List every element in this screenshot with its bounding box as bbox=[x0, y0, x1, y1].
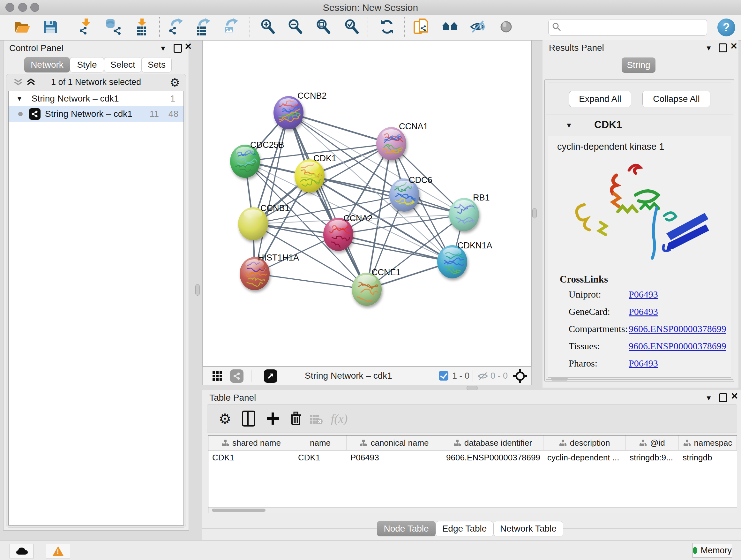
warning-button[interactable]: ! bbox=[46, 544, 70, 558]
export-image-button[interactable] bbox=[222, 18, 241, 37]
crosslink-link[interactable]: P06493 bbox=[629, 306, 658, 317]
cell[interactable]: CDK1 bbox=[294, 450, 347, 464]
bottom-splitter-handle[interactable] bbox=[467, 386, 478, 390]
network-svg[interactable]: CCNB2 CCNA1 CDC25B CDK1 CDC6 RB1 bbox=[203, 41, 531, 366]
results-panel-float-button[interactable] bbox=[719, 44, 727, 52]
crosslink-link[interactable]: P06493 bbox=[629, 289, 658, 300]
export-table-button[interactable] bbox=[194, 18, 213, 37]
cell[interactable]: cyclin-dependent ... bbox=[543, 450, 626, 464]
zoom-out-button[interactable] bbox=[286, 18, 305, 37]
toolbar-separator bbox=[404, 17, 405, 37]
network-tree-item-row[interactable]: String Network – cdk1 11 48 bbox=[9, 106, 184, 122]
column-header-namespac[interactable]: namespac bbox=[679, 435, 737, 450]
crosslink-row: Uniprot: P06493 bbox=[548, 289, 731, 303]
export-network-button[interactable] bbox=[167, 18, 185, 37]
selected-checkbox-icon[interactable] bbox=[439, 371, 448, 381]
tab-select[interactable]: Select bbox=[104, 57, 142, 72]
crosslink-link[interactable]: 9606.ENSP00000378699 bbox=[629, 341, 726, 352]
open-in-window-icon[interactable] bbox=[264, 369, 277, 383]
results-panel-close-button[interactable]: ✕ bbox=[730, 43, 738, 50]
selected-counts: 1 - 0 bbox=[452, 371, 469, 381]
network-edge[interactable] bbox=[255, 113, 288, 273]
network-edge[interactable] bbox=[255, 273, 367, 289]
column-label: canonical name bbox=[370, 438, 428, 448]
collapse-all-button[interactable]: Collapse All bbox=[643, 91, 711, 107]
expand-all-button[interactable]: Expand All bbox=[569, 91, 631, 107]
crosshair-icon[interactable] bbox=[513, 369, 528, 385]
zoom-fit-button[interactable] bbox=[315, 18, 333, 37]
control-panel-close-button[interactable]: ✕ bbox=[185, 43, 192, 50]
tab-string[interactable]: String bbox=[622, 57, 656, 73]
tab-style[interactable]: Style bbox=[70, 57, 104, 72]
results-panel-menu-caret-icon[interactable]: ▼ bbox=[705, 44, 712, 52]
results-hscroll-thumb[interactable] bbox=[551, 378, 568, 381]
table-hscroll-thumb[interactable] bbox=[212, 509, 266, 512]
homes-button[interactable] bbox=[441, 18, 460, 37]
right-splitter-handle[interactable] bbox=[532, 208, 537, 219]
column-label: shared name bbox=[232, 438, 281, 448]
help-button[interactable]: ? bbox=[718, 18, 735, 37]
cell[interactable]: P06493 bbox=[347, 450, 442, 464]
network-tree-root-row[interactable]: ▼ String Network – cdk1 1 bbox=[9, 91, 184, 106]
table-row[interactable]: CDK1CDK1P064939606.ENSP00000378699cyclin… bbox=[208, 450, 737, 464]
render-mode-button[interactable] bbox=[497, 18, 516, 37]
cell[interactable]: CDK1 bbox=[208, 450, 294, 464]
cloud-button[interactable] bbox=[10, 544, 34, 558]
cell[interactable]: stringdb bbox=[679, 450, 737, 464]
memory-button[interactable]: Memory bbox=[692, 543, 732, 558]
left-splitter-handle[interactable] bbox=[195, 284, 200, 296]
tab-edge-table[interactable]: Edge Table bbox=[435, 521, 493, 537]
network-edge[interactable] bbox=[288, 113, 391, 144]
tree-expander-icon[interactable]: ▼ bbox=[16, 95, 23, 103]
import-table-button[interactable] bbox=[133, 18, 151, 37]
column-label: @id bbox=[650, 438, 665, 448]
network-node-label: CDC25B bbox=[250, 140, 284, 150]
crosslink-link[interactable]: P06493 bbox=[629, 358, 658, 369]
trash-tool-button[interactable] bbox=[286, 409, 306, 428]
table-panel-float-button[interactable] bbox=[719, 393, 727, 402]
column-header--id[interactable]: @id bbox=[626, 435, 679, 450]
search-icon bbox=[552, 22, 561, 33]
add-tool-button[interactable] bbox=[263, 409, 282, 428]
refresh-button[interactable] bbox=[378, 18, 397, 37]
tab-node-table[interactable]: Node Table bbox=[377, 521, 435, 537]
network-canvas[interactable]: CCNB2 CCNA1 CDC25B CDK1 CDC6 RB1 bbox=[202, 40, 532, 367]
columns-tool-button[interactable] bbox=[239, 409, 258, 428]
control-panel-menu-caret-icon[interactable]: ▼ bbox=[159, 44, 166, 53]
open-session-button[interactable] bbox=[13, 18, 32, 37]
column-header-database-identifier[interactable]: database identifier bbox=[442, 435, 543, 450]
save-session-button[interactable] bbox=[42, 18, 60, 37]
clone-network-button[interactable] bbox=[413, 18, 431, 37]
tab-sets[interactable]: Sets bbox=[142, 57, 172, 72]
network-node[interactable] bbox=[352, 273, 382, 306]
zoom-in-button[interactable] bbox=[259, 18, 278, 37]
hide-graphics-details-button[interactable] bbox=[469, 18, 488, 37]
section-expander-icon[interactable]: ▼ bbox=[565, 121, 572, 130]
search-input[interactable] bbox=[564, 22, 707, 33]
network-node[interactable] bbox=[449, 198, 483, 231]
search-field[interactable] bbox=[548, 19, 707, 36]
table-panel-close-button[interactable]: ✕ bbox=[731, 393, 738, 400]
network-options-gear-icon[interactable]: ⚙ bbox=[170, 76, 180, 89]
column-header-name[interactable]: name bbox=[294, 435, 347, 450]
import-database-button[interactable] bbox=[105, 18, 123, 37]
crosslink-link[interactable]: 9606.ENSP00000378699 bbox=[629, 323, 726, 334]
zoom-selected-button[interactable] bbox=[343, 18, 361, 37]
cell[interactable]: stringdb:9... bbox=[626, 450, 679, 464]
column-header-canonical-name[interactable]: canonical name bbox=[347, 435, 442, 450]
column-header-description[interactable]: description bbox=[543, 435, 626, 450]
tab-network[interactable]: Network bbox=[24, 57, 70, 72]
import-network-button[interactable] bbox=[77, 18, 96, 37]
tab-network-table[interactable]: Network Table bbox=[493, 521, 563, 537]
table-panel-menu-caret-icon[interactable]: ▼ bbox=[705, 394, 712, 402]
control-panel-float-button[interactable] bbox=[174, 44, 182, 53]
network-node[interactable] bbox=[376, 127, 409, 160]
import-database-icon bbox=[105, 18, 122, 36]
toolbar-separator bbox=[159, 17, 160, 37]
network-share-badge-icon[interactable] bbox=[230, 369, 244, 383]
cell[interactable]: 9606.ENSP00000378699 bbox=[442, 450, 543, 464]
gear-tool-button[interactable]: ⚙ bbox=[215, 409, 234, 428]
birdseye-grid-icon[interactable] bbox=[212, 371, 222, 382]
column-header-shared-name[interactable]: shared name bbox=[208, 435, 294, 450]
table-hscrollbar[interactable] bbox=[208, 507, 737, 513]
